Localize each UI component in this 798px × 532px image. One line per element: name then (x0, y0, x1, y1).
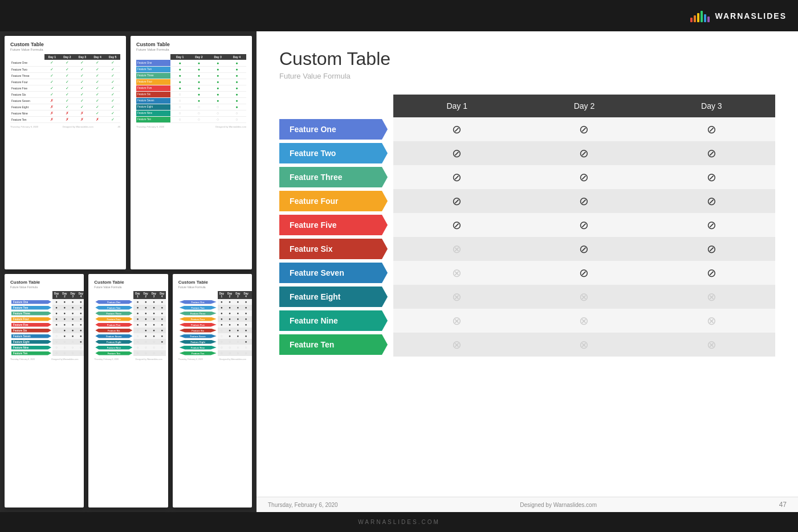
check-icon: ⊘ (393, 213, 520, 237)
slide-footer: Thursday, February 6, 2020 Designed by W… (256, 497, 798, 512)
check-icon-empty: ⊗ (648, 309, 775, 333)
col-day3: Day 3 (648, 95, 775, 117)
feature-five-label: Feature Five (279, 215, 388, 235)
col-day2: Day 2 (520, 95, 648, 117)
footer-bar: WARNASLIDES.COM (0, 512, 798, 532)
table-row: Feature One ⊘ ⊘ ⊘ (279, 117, 775, 141)
check-icon: ⊘ (648, 189, 775, 213)
feature-six-label: Feature Six (279, 239, 388, 259)
thumb3-table: Day 1Day 2Day 3Day 4Day 5 Feature One●●●… (10, 291, 84, 356)
check-icon: ⊘ (520, 117, 648, 141)
feature-one-label: Feature One (279, 119, 388, 140)
check-icon-empty: ⊗ (393, 333, 520, 357)
thumb4-table: Day 1Day 2Day 3Day 4 Feature One●●●● Fea… (94, 291, 166, 356)
footer-text: WARNASLIDES.COM (358, 519, 440, 525)
check-icon: ⊘ (520, 141, 648, 165)
check-icon: ⊘ (648, 261, 775, 285)
feature-seven-label: Feature Seven (279, 263, 388, 283)
feature-two-label: Feature Two (279, 143, 388, 163)
check-icon: ⊘ (393, 165, 520, 189)
check-icon-empty: ⊗ (393, 309, 520, 333)
check-icon-empty: ⊗ (520, 309, 648, 333)
table-row: Feature Eight ⊗ ⊗ ⊗ (279, 285, 775, 309)
thumb2-title: Custom Table (136, 42, 246, 47)
feature-ten-label: Feature Ten (279, 334, 388, 355)
thumb5-title: Custom Table (178, 280, 246, 285)
feature-eight-label: Feature Eight (279, 287, 388, 307)
check-icon: ⊘ (648, 117, 775, 141)
main-title: Custom Table (279, 48, 775, 69)
slide-number: 47 (779, 501, 787, 509)
check-icon: ⊘ (520, 189, 648, 213)
check-icon: ⊘ (393, 189, 520, 213)
check-icon: ⊘ (520, 165, 648, 189)
feature-nine-label: Feature Nine (279, 310, 388, 331)
footer-date: Thursday, February 6, 2020 (268, 502, 338, 508)
feature-four-label: Feature Four (279, 191, 388, 211)
table-row: Feature Five ⊘ ⊘ ⊘ (279, 213, 775, 237)
table-row: Feature Two ⊘ ⊘ ⊘ (279, 141, 775, 165)
thumb1-title: Custom Table (10, 42, 120, 47)
main-slide: Custom Table Future Value Formula Day 1 … (256, 31, 798, 512)
check-icon-empty: ⊗ (648, 285, 775, 309)
check-icon: ⊘ (648, 213, 775, 237)
check-icon: ⊘ (648, 141, 775, 165)
check-icon-empty: ⊗ (393, 237, 520, 261)
main-table: Day 1 Day 2 Day 3 Feature One ⊘ ⊘ ⊘ Feat… (279, 95, 775, 357)
thumbnail-4[interactable]: Custom Table Future Value Formula Day 1D… (88, 274, 168, 508)
thumb1-table: Day 1Day 2Day 3Day 4Day 5 Feature One✓✓✓… (10, 54, 120, 123)
thumb5-subtitle: Future Value Formula (178, 285, 246, 289)
thumb2-subtitle: Future Value Formula (136, 48, 246, 51)
left-thumbnails: Custom Table Future Value Formula Day 1D… (0, 31, 256, 512)
table-row: Feature Six ⊗ ⊘ ⊘ (279, 237, 775, 261)
check-icon: ⊘ (393, 141, 520, 165)
col-day1: Day 1 (393, 95, 520, 117)
table-row: Feature Seven ⊗ ⊘ ⊘ (279, 261, 775, 285)
check-icon-empty: ⊗ (393, 285, 520, 309)
table-row: Feature Four ⊘ ⊘ ⊘ (279, 189, 775, 213)
thumbnail-2[interactable]: Custom Table Future Value Formula Day 1D… (131, 36, 252, 269)
thumbnail-3[interactable]: Custom Table Future Value Formula Day 1D… (5, 274, 84, 508)
table-row: Feature Three ⊘ ⊘ ⊘ (279, 165, 775, 189)
thumb4-title: Custom Table (94, 280, 162, 285)
check-icon-empty: ⊗ (520, 333, 648, 357)
logo-text: WARNASLIDES (715, 11, 787, 21)
header: WARNASLIDES (0, 0, 798, 31)
main-subtitle: Future Value Formula (279, 72, 775, 80)
content-area: Custom Table Future Value Formula Day 1D… (0, 31, 798, 512)
table-row: Feature Nine ⊗ ⊗ ⊗ (279, 309, 775, 333)
check-icon: ⊘ (520, 261, 648, 285)
thumbnail-5[interactable]: Custom Table Future Value Formula Day 1D… (173, 274, 252, 508)
thumbnail-1[interactable]: Custom Table Future Value Formula Day 1D… (5, 36, 126, 269)
feature-three-label: Feature Three (279, 167, 388, 187)
thumb3-subtitle: Future Value Formula (10, 285, 78, 289)
table-row: Feature Ten ⊗ ⊗ ⊗ (279, 333, 775, 357)
check-icon: ⊘ (393, 117, 520, 141)
thumb5-table: Day 1Day 2Day 3Day 4Day 5 Feature One●●●… (178, 291, 252, 356)
thumb3-title: Custom Table (10, 280, 78, 285)
logo-bars-icon (690, 10, 710, 22)
logo-area: WARNASLIDES (690, 10, 787, 22)
thumb1-subtitle: Future Value Formula (10, 48, 120, 51)
check-icon: ⊘ (520, 237, 648, 261)
thumb2-table: Day 1Day 2Day 3Day 4 Feature One●●●● Fea… (136, 54, 246, 123)
check-icon: ⊘ (648, 237, 775, 261)
footer-credit: Designed by Warnaslides.com (520, 502, 597, 508)
main-featured-panel: Custom Table Future Value Formula Day 1 … (256, 31, 798, 512)
check-icon-empty: ⊗ (393, 261, 520, 285)
check-icon-empty: ⊗ (648, 333, 775, 357)
check-icon: ⊘ (648, 165, 775, 189)
check-icon: ⊘ (520, 213, 648, 237)
thumb4-subtitle: Future Value Formula (94, 285, 162, 289)
check-icon-empty: ⊗ (520, 285, 648, 309)
